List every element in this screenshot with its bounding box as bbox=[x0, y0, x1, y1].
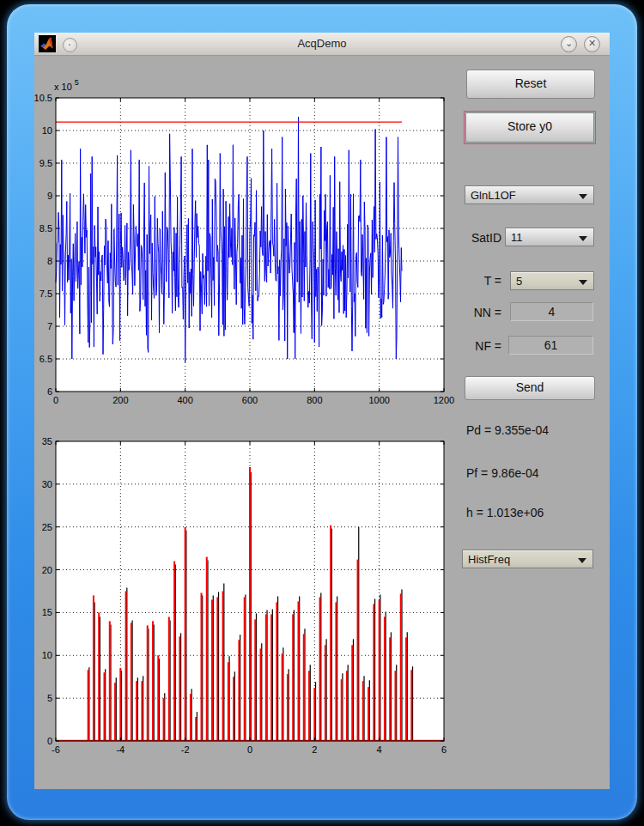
nf-field[interactable] bbox=[508, 336, 593, 355]
svg-text:0: 0 bbox=[47, 736, 52, 746]
t-label: T = bbox=[459, 274, 501, 288]
store-y0-button[interactable]: Store y0 bbox=[465, 112, 594, 143]
svg-text:1000: 1000 bbox=[368, 395, 389, 405]
h-readout: h = 1.013e+06 bbox=[466, 506, 544, 519]
svg-text:6: 6 bbox=[47, 386, 52, 397]
window-title: AcqDemo bbox=[34, 37, 610, 50]
top-plot: 02004006008001000120066.577.588.599.5101… bbox=[34, 56, 489, 416]
nn-label: NN = bbox=[459, 306, 501, 319]
satid-label: SatID bbox=[459, 231, 501, 245]
figure-window: AcqDemo ⌄ ✕ 02004006008001000120066.577.… bbox=[34, 33, 610, 789]
chevron-down-icon bbox=[578, 558, 586, 563]
pf-readout: Pf = 9.86e-04 bbox=[466, 466, 538, 480]
minimize-icon[interactable]: ⌄ bbox=[561, 36, 577, 52]
hist-mode-dropdown[interactable]: HistFreq bbox=[462, 550, 593, 568]
bottom-plot: -6-4-2024605101520253035 bbox=[34, 416, 489, 789]
svg-text:9: 9 bbox=[47, 191, 52, 201]
svg-text:6: 6 bbox=[441, 744, 447, 755]
signal-select-value: GlnL1OF bbox=[471, 189, 516, 202]
t-dropdown[interactable]: 5 bbox=[510, 271, 594, 290]
svg-text:8.5: 8.5 bbox=[39, 223, 52, 234]
svg-text:35: 35 bbox=[42, 436, 52, 446]
svg-text:200: 200 bbox=[112, 395, 128, 405]
svg-text:0: 0 bbox=[247, 744, 252, 755]
hist-mode-value: HistFreq bbox=[468, 553, 510, 566]
t-value: 5 bbox=[516, 275, 522, 288]
svg-text:4: 4 bbox=[377, 744, 382, 755]
svg-text:10.5: 10.5 bbox=[34, 93, 52, 103]
chevron-down-icon bbox=[579, 236, 587, 241]
svg-text:600: 600 bbox=[242, 395, 258, 405]
store-y0-focus-ring: Store y0 bbox=[464, 111, 596, 144]
svg-text:1200: 1200 bbox=[434, 395, 454, 405]
svg-text:30: 30 bbox=[42, 479, 52, 489]
svg-text:20: 20 bbox=[42, 565, 52, 575]
svg-text:-4: -4 bbox=[116, 744, 125, 755]
chevron-down-icon bbox=[579, 194, 587, 199]
title-bar[interactable]: AcqDemo ⌄ ✕ bbox=[34, 33, 610, 56]
svg-text:-6: -6 bbox=[52, 744, 60, 755]
svg-text:9.5: 9.5 bbox=[39, 158, 52, 168]
nf-label: NF = bbox=[459, 339, 501, 353]
svg-text:7.5: 7.5 bbox=[39, 288, 52, 299]
send-button[interactable]: Send bbox=[465, 376, 595, 400]
svg-text:x 10 5: x 10 5 bbox=[54, 78, 79, 92]
svg-text:10: 10 bbox=[42, 125, 52, 136]
svg-text:400: 400 bbox=[177, 395, 192, 405]
satid-dropdown[interactable]: 11 bbox=[505, 228, 594, 246]
svg-text:10: 10 bbox=[42, 650, 52, 660]
svg-text:6.5: 6.5 bbox=[39, 354, 52, 364]
svg-text:5: 5 bbox=[47, 693, 52, 703]
svg-text:25: 25 bbox=[42, 522, 52, 532]
svg-text:8: 8 bbox=[47, 256, 52, 266]
nn-field[interactable] bbox=[510, 302, 593, 321]
satid-value: 11 bbox=[511, 231, 523, 244]
svg-text:0: 0 bbox=[53, 395, 58, 405]
svg-text:2: 2 bbox=[312, 744, 317, 755]
figure-client-area: 02004006008001000120066.577.588.599.5101… bbox=[34, 56, 610, 789]
svg-text:15: 15 bbox=[42, 607, 52, 617]
svg-text:7: 7 bbox=[47, 321, 52, 331]
svg-text:800: 800 bbox=[307, 395, 322, 405]
chevron-down-icon bbox=[579, 280, 587, 285]
reset-button[interactable]: Reset bbox=[466, 70, 595, 99]
pd-readout: Pd = 9.355e-04 bbox=[466, 423, 549, 437]
screen: AcqDemo ⌄ ✕ 02004006008001000120066.577.… bbox=[0, 0, 644, 826]
signal-select-dropdown[interactable]: GlnL1OF bbox=[465, 185, 594, 204]
svg-text:-2: -2 bbox=[181, 744, 190, 755]
close-icon[interactable]: ✕ bbox=[584, 36, 600, 52]
